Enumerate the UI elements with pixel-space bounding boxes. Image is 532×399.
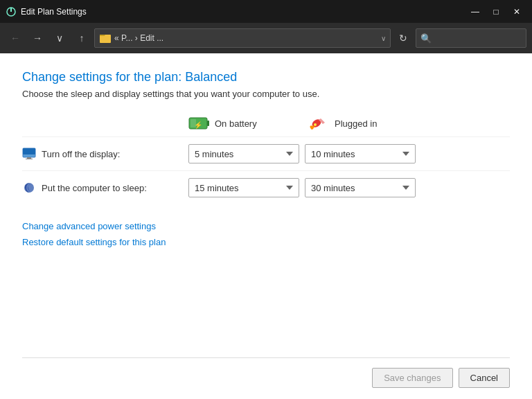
column-headers: ⚡ On battery Plugged in [188,116,510,131]
cancel-button[interactable]: Cancel [459,368,510,388]
folder-icon [99,32,112,44]
sleep-controls: 15 minutes 1 minute 2 minutes 3 minutes … [188,178,416,197]
up-button[interactable]: ↑ [72,28,91,48]
battery-column-header: ⚡ On battery [188,116,310,131]
svg-point-9 [314,123,317,126]
display-label: Turn off the display: [22,147,188,161]
address-text: « P... › Edit ... [114,33,378,43]
window-controls: — □ ✕ [466,3,526,20]
restore-defaults-link[interactable]: Restore default settings for this plan [22,237,510,247]
display-label-text: Turn off the display: [42,149,120,159]
display-controls: 5 minutes 1 minute 2 minutes 3 minutes 1… [188,144,416,163]
settings-grid: Turn off the display: 5 minutes 1 minute… [22,136,510,204]
address-bar: ← → ∨ ↑ « P... › Edit ... ∨ ↻ 🔍 [0,23,532,53]
display-battery-select[interactable]: 5 minutes 1 minute 2 minutes 3 minutes 1… [188,144,299,163]
pluggedin-label: Plugged in [335,118,377,129]
links-section: Change advanced power settings Restore d… [22,221,510,247]
refresh-button[interactable]: ↻ [393,28,413,48]
bottom-action-bar: Save changes Cancel [22,357,510,388]
svg-rect-14 [27,157,31,159]
page-heading: Change settings for the plan: Balanced [22,70,510,85]
battery-label: On battery [215,118,257,129]
battery-icon: ⚡ [188,116,211,131]
back-button[interactable]: ← [6,28,25,48]
forward-button[interactable]: → [28,28,47,48]
sleep-label-text: Put the computer to sleep: [42,183,147,193]
minimize-button[interactable]: — [466,3,485,20]
sleep-battery-select[interactable]: 15 minutes 1 minute 2 minutes 3 minutes … [188,178,299,197]
page-subtext: Choose the sleep and display settings th… [22,89,510,99]
pluggedin-column-header: Plugged in [310,116,431,131]
save-changes-button: Save changes [372,368,452,388]
search-icon[interactable]: 🔍 [420,33,432,44]
address-dropdown-button[interactable]: ∨ [381,35,386,42]
close-button[interactable]: ✕ [507,3,526,20]
title-bar: Edit Plan Settings — □ ✕ [0,0,532,23]
svg-rect-15 [26,159,33,159]
advanced-power-settings-link[interactable]: Change advanced power settings [22,221,510,231]
maximize-button[interactable]: □ [486,3,506,20]
display-icon [22,147,36,161]
svg-text:⚡: ⚡ [194,121,203,130]
main-content: Change settings for the plan: Balanced C… [0,53,532,399]
sleep-plugged-select[interactable]: 30 minutes 1 minute 2 minutes 3 minutes … [305,178,416,197]
sleep-label: Put the computer to sleep: [22,181,188,195]
address-bar-input[interactable]: « P... › Edit ... ∨ [94,28,391,48]
sleep-setting-row: Put the computer to sleep: 15 minutes 1 … [22,170,510,204]
display-setting-row: Turn off the display: 5 minutes 1 minute… [22,136,510,170]
svg-rect-13 [23,148,35,154]
title-bar-left: Edit Plan Settings [6,6,87,17]
app-icon [6,6,17,17]
plugged-icon [310,116,330,131]
dropdown-button[interactable]: ∨ [50,28,69,48]
window-title: Edit Plan Settings [21,7,87,17]
display-plugged-select[interactable]: 10 minutes 1 minute 2 minutes 3 minutes … [305,144,416,163]
sleep-icon [22,181,36,195]
svg-rect-4 [207,121,209,126]
search-box[interactable]: 🔍 [416,28,526,48]
